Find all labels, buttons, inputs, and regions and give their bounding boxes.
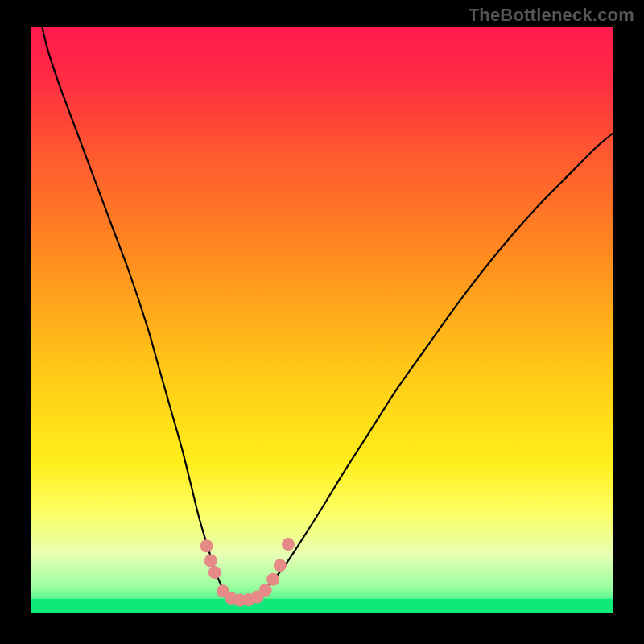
- trough-marker-dot: [274, 559, 287, 572]
- trough-marker-dot: [259, 584, 272, 597]
- trough-marker-dot: [208, 566, 221, 579]
- trough-marker-dot: [204, 554, 217, 567]
- trough-marker-dot: [282, 538, 295, 551]
- trough-marker-dot: [200, 539, 213, 552]
- trough-marker-dot: [266, 573, 279, 586]
- bottleneck-curve-chart: [0, 0, 644, 644]
- green-floor-band: [31, 599, 613, 613]
- plot-area: [31, 27, 613, 613]
- chart-frame: TheBottleneck.com: [0, 0, 644, 644]
